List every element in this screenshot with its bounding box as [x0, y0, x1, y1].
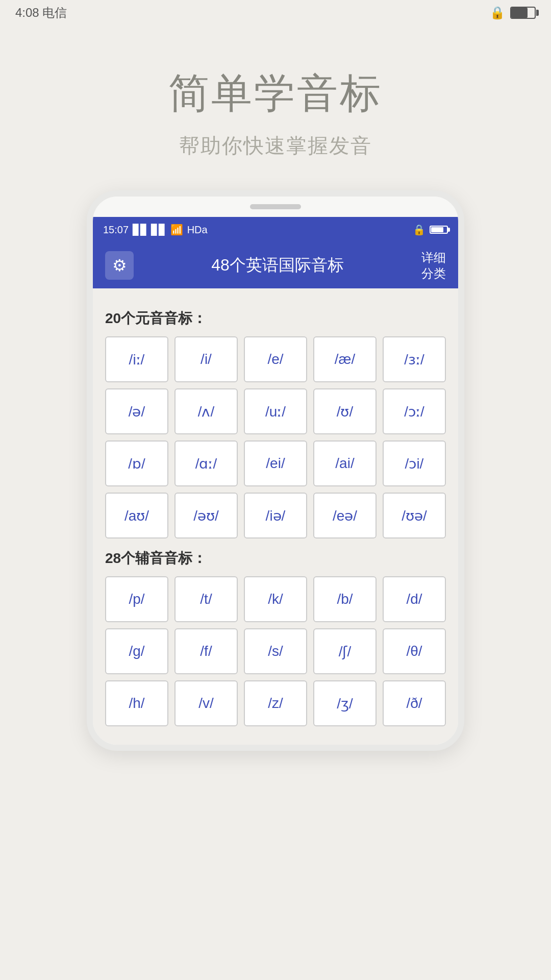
phone-content: 20个元音音标： /iː//i//e//æ//ɜː//ə//ʌ//uː//ʊ//…: [93, 288, 458, 745]
vowel-cell[interactable]: /eə/: [313, 493, 377, 538]
vowel-cell[interactable]: /iə/: [244, 493, 307, 538]
vowel-section-title: 20个元音音标：: [105, 309, 446, 328]
consonant-cell[interactable]: /p/: [105, 576, 168, 622]
inner-status-right: 🔒: [413, 224, 448, 236]
vowel-cell[interactable]: /əʊ/: [174, 493, 238, 538]
consonant-cell[interactable]: /ʒ/: [313, 680, 377, 726]
vowel-cell[interactable]: /iː/: [105, 336, 168, 382]
consonant-cell[interactable]: /g/: [105, 628, 168, 674]
inner-status-bar: 15:07 ▊▊ ▊▊ 📶 HDa 🔒: [93, 217, 458, 242]
vowel-cell[interactable]: /ʊə/: [383, 493, 446, 538]
consonant-cell[interactable]: /b/: [313, 576, 377, 622]
inner-wifi-icon: 📶: [170, 224, 183, 236]
page-subtitle: 帮助你快速掌握发音: [168, 132, 383, 160]
inner-lock-icon: 🔒: [413, 224, 425, 236]
vowel-cell[interactable]: /ə/: [105, 388, 168, 434]
vowel-cell[interactable]: /ɒ/: [105, 440, 168, 486]
phone-notch: [93, 197, 458, 217]
inner-status-left: 15:07 ▊▊ ▊▊ 📶 HDa: [103, 224, 208, 236]
consonant-cell[interactable]: /s/: [244, 628, 307, 674]
consonant-cell[interactable]: /k/: [244, 576, 307, 622]
consonant-cell[interactable]: /ʃ/: [313, 628, 377, 674]
vowel-cell[interactable]: /ʌ/: [174, 388, 238, 434]
inner-status-time: 15:07: [103, 224, 129, 236]
consonant-cell[interactable]: /t/: [174, 576, 238, 622]
vowel-cell[interactable]: /æ/: [313, 336, 377, 382]
page-header: 简单学音标 帮助你快速掌握发音: [168, 66, 383, 160]
consonant-cell[interactable]: /ð/: [383, 680, 446, 726]
consonant-cell[interactable]: /f/: [174, 628, 238, 674]
vowel-cell[interactable]: /i/: [174, 336, 238, 382]
consonant-cell[interactable]: /v/: [174, 680, 238, 726]
consonant-cell[interactable]: /θ/: [383, 628, 446, 674]
consonant-cell[interactable]: /h/: [105, 680, 168, 726]
outer-status-bar: 4:08 电信 🔒: [0, 0, 551, 26]
settings-icon[interactable]: ⚙: [105, 251, 134, 280]
outer-status-time: 4:08 电信: [15, 5, 67, 21]
inner-battery-icon: [430, 226, 448, 234]
inner-signal-icons: ▊▊ ▊▊: [133, 224, 166, 236]
consonant-section-title: 28个辅音音标：: [105, 549, 446, 568]
vowel-cell[interactable]: /aʊ/: [105, 493, 168, 538]
app-header-detail-button[interactable]: 详细分类: [421, 250, 446, 281]
vowel-cell[interactable]: /ɔi/: [383, 440, 446, 486]
app-header-bar: ⚙ 48个英语国际音标 详细分类: [93, 242, 458, 288]
outer-status-right: 🔒: [490, 6, 536, 20]
consonant-cell[interactable]: /d/: [383, 576, 446, 622]
app-title: 48个英语国际音标: [211, 254, 344, 277]
vowel-cell[interactable]: /ɔː/: [383, 388, 446, 434]
vowel-cell[interactable]: /uː/: [244, 388, 307, 434]
vowel-cell[interactable]: /ɜː/: [383, 336, 446, 382]
phone-speaker: [250, 204, 301, 209]
vowel-cell[interactable]: /ʊ/: [313, 388, 377, 434]
page-title: 简单学音标: [168, 66, 383, 121]
phone-mockup: 15:07 ▊▊ ▊▊ 📶 HDa 🔒 ⚙ 48个英语国际音标 详细分类 20个…: [87, 190, 464, 751]
vowel-cell[interactable]: /ɑː/: [174, 440, 238, 486]
vowel-cell[interactable]: /ei/: [244, 440, 307, 486]
vowel-cell[interactable]: /ai/: [313, 440, 377, 486]
outer-battery-icon: [510, 7, 536, 19]
inner-hd-label: HDa: [187, 224, 208, 236]
vowel-grid: /iː//i//e//æ//ɜː//ə//ʌ//uː//ʊ//ɔː//ɒ//ɑː…: [105, 336, 446, 538]
vowel-cell[interactable]: /e/: [244, 336, 307, 382]
consonant-grid: /p//t//k//b//d//g//f//s//ʃ//θ//h//v//z//…: [105, 576, 446, 726]
consonant-cell[interactable]: /z/: [244, 680, 307, 726]
